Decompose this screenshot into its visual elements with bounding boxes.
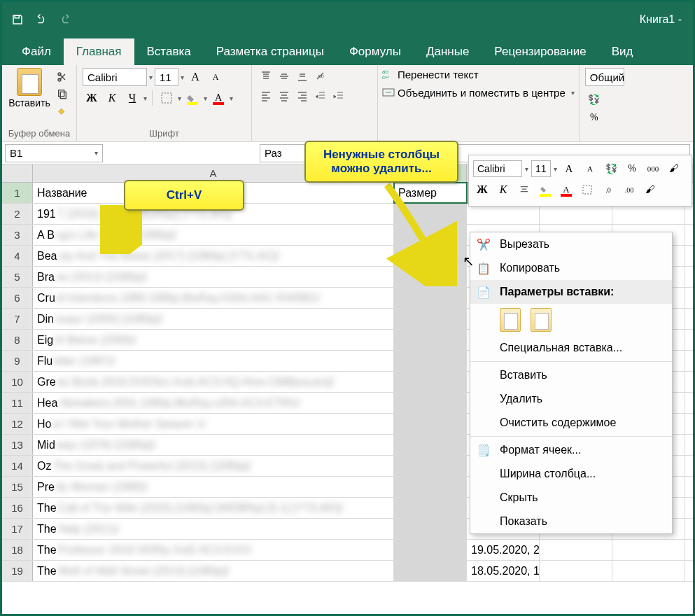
cell[interactable] xyxy=(612,561,685,581)
row-header[interactable]: 12 xyxy=(2,414,33,434)
redo-button[interactable] xyxy=(55,10,75,29)
mini-format-painter-2[interactable]: 🖌 xyxy=(641,181,659,199)
borders-button[interactable] xyxy=(157,89,176,107)
cell[interactable]: Midway (1976) [1080p]/ xyxy=(33,435,394,455)
mini-dec-font[interactable]: A xyxy=(581,160,599,178)
tab-view[interactable]: Вид xyxy=(599,38,646,65)
undo-button[interactable] xyxy=(31,10,51,29)
number-format-combo[interactable]: Общий xyxy=(585,68,624,86)
wrap-text-button[interactable]: abc↵ Перенести текст xyxy=(378,65,579,83)
percent-button[interactable]: % xyxy=(585,108,603,127)
paste-option-2[interactable] xyxy=(531,308,552,332)
cell[interactable] xyxy=(394,330,467,350)
mini-currency[interactable]: 💱 xyxy=(602,160,620,178)
align-right-button[interactable] xyxy=(294,88,311,104)
decrease-font-button[interactable]: A xyxy=(206,68,225,86)
save-button[interactable] xyxy=(8,10,27,29)
row-header[interactable]: 9 xyxy=(2,351,33,371)
italic-button[interactable]: К xyxy=(103,89,121,107)
cell[interactable]: 19.05.2020, 22:46:26 xyxy=(467,540,540,560)
align-top-button[interactable] xyxy=(258,68,274,85)
mini-borders[interactable] xyxy=(578,181,596,199)
cell[interactable]: The Wolf of Wall Street (2013) [1080p]/ xyxy=(33,561,394,581)
row-header[interactable]: 2 xyxy=(2,204,33,224)
row-header[interactable]: 11 xyxy=(2,393,33,413)
cell[interactable] xyxy=(394,351,467,371)
row-header[interactable]: 18 xyxy=(2,540,33,560)
cell[interactable] xyxy=(394,519,467,539)
row-header[interactable]: 6 xyxy=(2,288,33,308)
cell[interactable] xyxy=(394,435,467,455)
ctx-format-cells[interactable]: 🗒️ Формат ячеек... xyxy=(470,438,672,462)
decrease-indent-button[interactable] xyxy=(312,88,329,104)
cell[interactable] xyxy=(394,477,467,497)
ctx-unhide[interactable]: Показать xyxy=(470,510,672,533)
fill-color-button[interactable] xyxy=(183,89,202,107)
mini-fill-color[interactable] xyxy=(536,181,554,199)
cell[interactable]: The Call of The Wild (2020) [1080p] [WEB… xyxy=(33,498,394,518)
mini-font-size[interactable]: 11 xyxy=(531,160,551,177)
mini-italic[interactable]: К xyxy=(494,181,512,199)
mini-bold[interactable]: Ж xyxy=(473,181,491,199)
row-header[interactable]: 17 xyxy=(2,519,33,539)
cell[interactable]: Heartbreakers.2001.1080p.BluRay.x264.AC3… xyxy=(33,393,394,413)
cell[interactable] xyxy=(394,393,467,413)
mini-align[interactable] xyxy=(515,181,533,199)
font-name-combo[interactable]: Calibri xyxy=(83,68,147,86)
row-header[interactable]: 19 xyxy=(2,561,33,581)
row-header[interactable]: 10 xyxy=(2,372,33,392)
row-header[interactable]: 7 xyxy=(2,309,33,329)
cell[interactable] xyxy=(394,288,467,308)
mini-font-color[interactable]: A xyxy=(557,181,575,199)
cell[interactable]: A Bug's Life (1998) [1080p]/ xyxy=(33,225,394,245)
align-left-button[interactable] xyxy=(258,88,274,104)
ctx-hide[interactable]: Скрыть xyxy=(470,486,672,510)
cell[interactable] xyxy=(394,561,467,581)
cell[interactable] xyxy=(612,540,685,560)
row-header[interactable]: 4 xyxy=(2,246,33,266)
ctx-column-width[interactable]: Ширина столбца... xyxy=(470,462,672,486)
ctx-paste-special[interactable]: Специальная вставка... xyxy=(470,336,672,360)
cell[interactable]: Brave (2012) [1080p]/ xyxy=(33,267,394,287)
row-header[interactable]: 5 xyxy=(2,267,33,287)
paste-button[interactable]: Вставить xyxy=(8,68,51,108)
cell[interactable] xyxy=(394,498,467,518)
bold-button[interactable]: Ж xyxy=(83,89,101,107)
ctx-delete[interactable]: Удалить xyxy=(470,387,672,411)
tab-home[interactable]: Главная xyxy=(64,38,134,65)
tab-insert[interactable]: Вставка xyxy=(134,38,204,65)
cell[interactable] xyxy=(394,540,467,560)
row-header[interactable]: 16 xyxy=(2,498,33,518)
ctx-insert[interactable]: Вставить xyxy=(470,363,672,387)
cell[interactable]: How I Met Your Mother Season 1/ xyxy=(33,414,394,434)
mini-percent[interactable]: % xyxy=(623,160,641,178)
cell[interactable]: Cruel.Intentions.1999.1080p.BluRay.H264.… xyxy=(33,288,394,308)
increase-indent-button[interactable] xyxy=(330,88,347,104)
tab-formulas[interactable]: Формулы xyxy=(337,38,414,65)
mini-comma[interactable]: 000 xyxy=(644,160,662,178)
paste-option-1[interactable] xyxy=(500,308,521,332)
cell[interactable]: 18.05.2020, 19:24:16 xyxy=(467,561,540,581)
orientation-button[interactable]: ab xyxy=(312,68,329,85)
cell[interactable] xyxy=(394,309,467,329)
cell[interactable]: The Professor 2018 HDRip XviD AC3-EVO/ xyxy=(33,540,394,560)
tab-review[interactable]: Рецензирование xyxy=(482,38,598,65)
cell[interactable]: Eight Below (2006)/ xyxy=(33,330,394,350)
name-box[interactable]: B1 xyxy=(5,144,103,162)
mini-font-name[interactable]: Calibri xyxy=(473,160,522,177)
increase-font-button[interactable]: A xyxy=(186,68,204,86)
currency-button[interactable]: 💱 xyxy=(585,90,603,108)
ctx-cut[interactable]: ✂️ Вырезать xyxy=(470,232,672,256)
select-all-corner[interactable] xyxy=(2,164,33,182)
merge-center-button[interactable]: Объединить и поместить в центре ▾ xyxy=(378,83,579,102)
cut-button[interactable] xyxy=(54,69,71,85)
mini-format-painter[interactable]: 🖌 xyxy=(665,160,683,178)
row-header[interactable]: 15 xyxy=(2,477,33,497)
tab-file[interactable]: Файл xyxy=(9,38,64,65)
row-header[interactable]: 13 xyxy=(2,435,33,455)
tab-data[interactable]: Данные xyxy=(414,38,482,65)
mini-inc-decimal[interactable]: .0 xyxy=(599,181,617,199)
ctx-clear-contents[interactable]: Очистить содержимое xyxy=(470,411,672,435)
ctx-copy[interactable]: 📋 Копировать xyxy=(470,256,672,280)
format-painter-button[interactable] xyxy=(54,103,71,118)
